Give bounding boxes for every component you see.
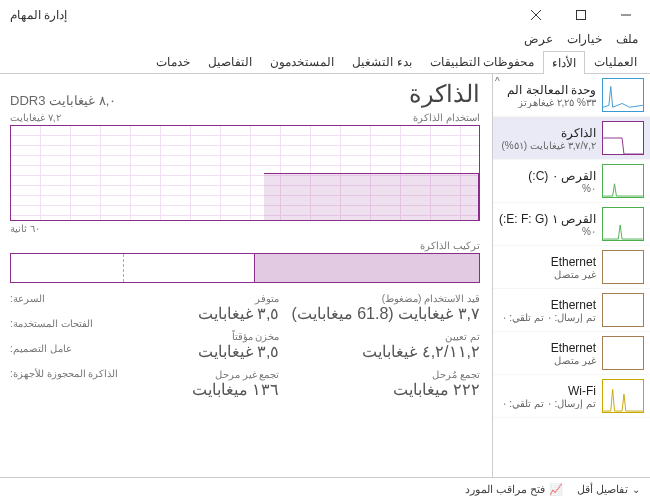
disk1-thumb: [602, 207, 644, 241]
eth2-thumb: [602, 336, 644, 370]
reserved-label: الذاكرة المحجوزة للأجهزة:: [10, 368, 118, 379]
menubar: ملف خيارات عرض: [0, 30, 650, 50]
sidebar-eth2-title: Ethernet: [497, 341, 596, 355]
form-label: عامل التصميم:: [10, 343, 118, 354]
main-panel: الذاكرة ٨,٠ غيغابايت DDR3 استخدام الذاكر…: [0, 74, 492, 477]
window-controls: [513, 1, 648, 29]
minimize-button[interactable]: [603, 1, 648, 29]
sidebar-eth2-sub: غير متصل: [497, 355, 596, 366]
window-title: إدارة المهام: [2, 8, 75, 22]
tab-performance[interactable]: الأداء: [543, 51, 585, 74]
memory-composition-bar: [10, 253, 480, 283]
ymax-label: ٧,٢ غيغابايت: [10, 112, 61, 123]
cpu-thumb: [602, 78, 644, 112]
disk0-thumb: [602, 164, 644, 198]
eth0-thumb: [602, 250, 644, 284]
sidebar-memory-sub: ٣,٧/٧,٢ غيغابايت (٥١%): [497, 140, 596, 151]
paged-value: ٢٢٢ ميغابايت: [291, 380, 480, 399]
cached-label: مخزن مؤقتاً: [192, 331, 279, 342]
sidebar-cpu-sub: ٣٣% ٢,٢٥ غيغاهرتز: [497, 97, 596, 108]
tab-details[interactable]: التفاصيل: [199, 50, 261, 73]
close-button[interactable]: [513, 1, 558, 29]
tab-services[interactable]: خدمات: [147, 50, 199, 73]
sidebar-disk1-title: القرص ١ (E: F: G:): [497, 212, 596, 226]
menu-options[interactable]: خيارات: [561, 30, 608, 50]
comp-standby: [123, 254, 254, 282]
sidebar-disk0-sub: ٠%: [497, 183, 596, 194]
fewer-details-link[interactable]: ⌄تفاصيل أقل: [577, 483, 640, 496]
tab-users[interactable]: المستخدمون: [261, 50, 343, 73]
stats: قيد الاستخدام (مضغوط)٣,٧ غيغابايت (61.8 …: [10, 293, 480, 399]
chart-fill: [264, 173, 479, 220]
tab-processes[interactable]: العمليات: [585, 50, 646, 73]
speed-label: السرعة:: [10, 293, 118, 304]
svg-rect-1: [576, 11, 585, 20]
nonpaged-label: تجمع غير مرحل: [192, 369, 279, 380]
resource-monitor-link[interactable]: 📈فتح مراقب المورد: [465, 483, 563, 496]
sidebar-eth1-sub: تم إرسال: ٠ تم تلقي: ٠: [497, 312, 596, 323]
time-axis-label: ٦٠ ثانية: [10, 223, 480, 234]
slots-label: الفتحات المستخدمة:: [10, 318, 118, 329]
sidebar: ^ وحدة المعالجة الم٣٣% ٢,٢٥ غيغاهرتز الذ…: [492, 74, 650, 477]
sidebar-item-wifi[interactable]: Wi-Fiتم إرسال: ٠ تم تلقي: ٠: [493, 375, 650, 418]
sidebar-wifi-sub: تم إرسال: ٠ تم تلقي: ٠: [497, 398, 596, 409]
statusbar: ⌄تفاصيل أقل 📈فتح مراقب المورد: [0, 477, 650, 501]
memory-thumb: [602, 121, 644, 155]
inuse-label: قيد الاستخدام (مضغوط): [291, 293, 480, 304]
maximize-button[interactable]: [558, 1, 603, 29]
sidebar-disk1-sub: ٠%: [497, 226, 596, 237]
avail-value: ٣,٥ غيغابايت: [192, 304, 279, 323]
sidebar-wifi-title: Wi-Fi: [497, 384, 596, 398]
sidebar-disk0-title: القرص ٠ (C:): [497, 169, 596, 183]
tabs: العمليات الأداء محفوظات التطبيقات بدء ال…: [0, 50, 650, 74]
tab-apphistory[interactable]: محفوظات التطبيقات: [421, 50, 543, 73]
comp-inuse: [254, 254, 479, 282]
tab-startup[interactable]: بدء التشغيل: [343, 50, 420, 73]
sidebar-item-disk1[interactable]: القرص ١ (E: F: G:)٠%: [493, 203, 650, 246]
committed-value: ٤,٢/١١,٢ غيغابايت: [291, 342, 480, 361]
sidebar-memory-title: الذاكرة: [497, 126, 596, 140]
sidebar-eth0-title: Ethernet: [497, 255, 596, 269]
memory-usage-chart: [10, 125, 480, 221]
content: ^ وحدة المعالجة الم٣٣% ٢,٢٥ غيغاهرتز الذ…: [0, 74, 650, 477]
paged-label: تجمع مُرحل: [291, 369, 480, 380]
sidebar-item-disk0[interactable]: القرص ٠ (C:)٠%: [493, 160, 650, 203]
menu-file[interactable]: ملف: [610, 30, 644, 50]
nonpaged-value: ١٣٦ ميغابايت: [192, 380, 279, 399]
sidebar-item-eth0[interactable]: Ethernetغير متصل: [493, 246, 650, 289]
sidebar-cpu-title: وحدة المعالجة الم: [497, 83, 596, 97]
usage-label: استخدام الذاكرة: [413, 112, 480, 123]
committed-label: تم تعيين: [291, 331, 480, 342]
avail-label: متوفر: [192, 293, 279, 304]
inuse-value: ٣,٧ غيغابايت (61.8 ميغابايت): [291, 304, 480, 323]
sidebar-eth1-title: Ethernet: [497, 298, 596, 312]
sidebar-item-eth2[interactable]: Ethernetغير متصل: [493, 332, 650, 375]
monitor-icon: 📈: [549, 483, 563, 496]
sidebar-item-memory[interactable]: الذاكرة٣,٧/٧,٢ غيغابايت (٥١%): [493, 117, 650, 160]
titlebar: إدارة المهام: [0, 0, 650, 30]
sidebar-item-eth1[interactable]: Ethernetتم إرسال: ٠ تم تلقي: ٠: [493, 289, 650, 332]
composition-label: تركيب الذاكرة: [10, 240, 480, 251]
wifi-thumb: [602, 379, 644, 413]
memory-spec: ٨,٠ غيغابايت DDR3: [10, 93, 116, 108]
eth1-thumb: [602, 293, 644, 327]
sidebar-item-cpu[interactable]: وحدة المعالجة الم٣٣% ٢,٢٥ غيغاهرتز: [493, 74, 650, 117]
page-title: الذاكرة: [409, 80, 480, 108]
cached-value: ٣,٥ غيغابايت: [192, 342, 279, 361]
menu-view[interactable]: عرض: [518, 30, 559, 50]
sidebar-eth0-sub: غير متصل: [497, 269, 596, 280]
chevron-down-icon: ⌄: [632, 484, 640, 495]
scroll-up-icon[interactable]: ^: [495, 76, 500, 87]
